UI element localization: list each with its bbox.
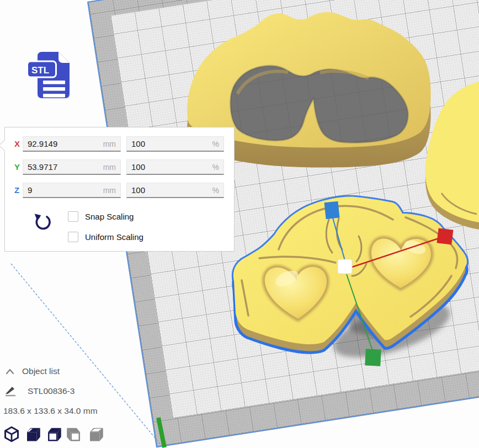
scale-row-z: Z mm % — [5, 183, 234, 198]
object-list-header[interactable]: Object list — [6, 366, 60, 376]
snap-scaling-row: Snap Scaling — [68, 211, 134, 222]
view-top-button[interactable] — [45, 426, 62, 442]
object-list-title: Object list — [22, 366, 60, 376]
scale-x-mm-input[interactable] — [23, 137, 120, 151]
reset-rotate-icon — [33, 213, 52, 233]
stl-badge-label: STL — [31, 65, 49, 76]
stl-file-icon: STL — [26, 47, 77, 105]
view-left-button[interactable] — [66, 426, 83, 442]
axis-x-label: X — [14, 139, 20, 148]
snap-scaling-label: Snap Scaling — [85, 212, 134, 221]
view-right-button[interactable] — [87, 426, 104, 442]
scale-row-y: Y mm % — [5, 159, 234, 175]
uniform-scaling-checkbox[interactable] — [68, 232, 78, 242]
cube-top-icon — [45, 426, 62, 442]
gizmo-handle-y[interactable] — [365, 349, 381, 366]
object-list-item[interactable]: STL00836-3 — [4, 385, 74, 397]
gizmo-handle-x[interactable] — [437, 228, 453, 245]
scale-y-percent-input[interactable] — [127, 160, 223, 174]
scale-y-mm-input[interactable] — [23, 160, 120, 174]
gizmo-handle-z[interactable] — [324, 201, 339, 219]
object-dimensions: 183.6 x 133.6 x 34.0 mm — [3, 406, 98, 416]
view-3d-button[interactable] — [3, 426, 20, 442]
uniform-scaling-label: Uniform Scaling — [85, 232, 143, 242]
scale-row-x: X mm % — [5, 136, 234, 152]
snap-scaling-checkbox[interactable] — [68, 211, 78, 222]
chevron-up-icon — [6, 368, 14, 375]
cube-right-icon — [87, 426, 104, 442]
scale-z-percent-input[interactable] — [127, 183, 223, 197]
axis-z-label: Z — [14, 185, 19, 195]
cube-3d-icon — [3, 426, 20, 442]
uniform-scaling-row: Uniform Scaling — [68, 231, 143, 242]
scale-x-percent-input[interactable] — [127, 137, 223, 151]
cube-front-icon — [24, 426, 41, 442]
axis-y-label: Y — [14, 162, 20, 172]
cube-left-icon — [66, 426, 83, 442]
scale-tool-panel: X mm % Y mm % Z mm % — [4, 127, 235, 252]
scale-z-mm-input[interactable] — [23, 183, 120, 197]
reset-scale-button[interactable] — [33, 213, 52, 233]
solid-mesh-icon — [4, 385, 17, 397]
gizmo-handle-center[interactable] — [338, 259, 352, 274]
view-front-button[interactable] — [24, 426, 41, 442]
view-preset-toolbar — [3, 426, 104, 442]
object-name: STL00836-3 — [28, 386, 74, 396]
